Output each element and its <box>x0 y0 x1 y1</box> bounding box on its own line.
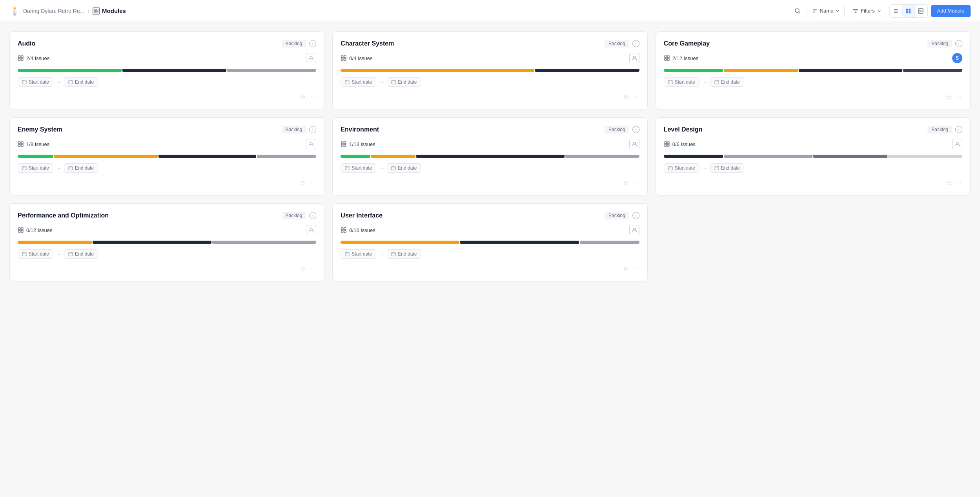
star-button[interactable]: ☆ <box>945 178 953 187</box>
spreadsheet-layout-button[interactable] <box>915 5 927 17</box>
start-date-button[interactable]: Start date <box>341 77 376 87</box>
end-date-button[interactable]: End date <box>387 163 421 173</box>
more-button[interactable]: ··· <box>956 179 962 187</box>
info-icon[interactable]: i <box>309 212 316 219</box>
start-date-button[interactable]: Start date <box>664 163 699 173</box>
start-date-button[interactable]: Start date <box>18 249 53 259</box>
end-date-button[interactable]: End date <box>64 163 98 173</box>
star-button[interactable]: ☆ <box>299 264 306 273</box>
star-button[interactable]: ☆ <box>622 264 629 273</box>
card-footer: ☆ ··· <box>18 92 316 101</box>
end-date-button[interactable]: End date <box>64 77 98 87</box>
star-button[interactable]: ☆ <box>299 178 306 187</box>
svg-rect-24 <box>21 56 23 58</box>
info-icon[interactable]: i <box>632 212 639 219</box>
svg-rect-18 <box>909 11 911 13</box>
card-footer: ☆ ··· <box>18 178 316 187</box>
info-icon[interactable]: i <box>632 40 639 47</box>
end-date-button[interactable]: End date <box>387 249 421 259</box>
avatar-placeholder <box>306 53 316 63</box>
avatar-placeholder <box>952 139 962 149</box>
avatar-placeholder <box>306 139 316 149</box>
module-title: Environment <box>341 126 379 133</box>
svg-rect-76 <box>341 144 343 146</box>
progress-bar <box>664 155 962 158</box>
start-date-button[interactable]: Start date <box>18 163 53 173</box>
gallery-layout-button[interactable] <box>902 5 915 17</box>
more-button[interactable]: ··· <box>632 93 639 101</box>
avatar-placeholder <box>629 53 639 63</box>
svg-rect-39 <box>344 58 346 60</box>
start-date-label: Start date <box>675 165 695 171</box>
more-button[interactable]: ··· <box>310 93 316 101</box>
end-date-button[interactable]: End date <box>710 77 744 87</box>
more-button[interactable]: ··· <box>632 179 639 187</box>
date-arrow: → <box>56 252 61 256</box>
info-icon[interactable]: i <box>955 40 962 47</box>
add-module-button[interactable]: Add Module <box>931 5 971 17</box>
issues-text: 2/12 Issues <box>672 55 699 61</box>
card-header-right: Backlog i <box>282 40 317 48</box>
issues-text: 0/12 Issues <box>26 227 53 233</box>
list-layout-button[interactable] <box>890 5 902 17</box>
start-date-button[interactable]: Start date <box>341 163 376 173</box>
star-button[interactable]: ☆ <box>299 92 306 101</box>
svg-rect-1 <box>97 9 98 11</box>
start-date-label: Start date <box>352 251 372 257</box>
card-header-right: Backlog i <box>605 40 639 48</box>
filters-button[interactable]: Filters <box>848 5 886 17</box>
module-title: Enemy System <box>18 126 62 133</box>
module-card-performance-optimization: Performance and Optimization Backlog i 0… <box>9 203 324 281</box>
info-icon[interactable]: i <box>309 126 316 133</box>
progress-segment <box>724 155 813 158</box>
card-meta: 1/13 Issues <box>341 139 639 149</box>
card-meta: 1/8 Issues <box>18 139 316 149</box>
card-meta: 0/10 Issues <box>341 225 639 235</box>
issues-icon <box>18 227 24 233</box>
status-badge: Backlog <box>282 126 306 133</box>
status-badge: Backlog <box>605 126 629 133</box>
svg-rect-64 <box>21 144 23 146</box>
info-icon[interactable]: i <box>632 126 639 133</box>
svg-rect-75 <box>344 142 346 144</box>
end-date-button[interactable]: End date <box>387 77 421 87</box>
header-right: Name Filters <box>791 4 971 18</box>
start-date-button[interactable]: Start date <box>664 77 699 87</box>
start-date-button[interactable]: Start date <box>18 77 53 87</box>
more-button[interactable]: ··· <box>632 265 639 273</box>
header-left: 🕯️ Daring Dylan: Retro Re... › Modules <box>9 6 787 16</box>
info-icon[interactable]: i <box>309 40 316 47</box>
svg-rect-15 <box>906 9 908 11</box>
star-button[interactable]: ☆ <box>622 178 629 187</box>
svg-rect-38 <box>341 58 343 60</box>
progress-segment <box>18 155 53 158</box>
progress-segment <box>580 241 639 244</box>
svg-rect-74 <box>341 142 343 144</box>
more-button[interactable]: ··· <box>310 265 316 273</box>
end-date-label: End date <box>721 165 740 171</box>
info-icon[interactable]: i <box>955 126 962 133</box>
svg-rect-96 <box>715 166 719 170</box>
issues-count: 2/12 Issues <box>664 55 699 61</box>
module-card-level-design: Level Design Backlog i 0/6 Issues <box>656 117 971 196</box>
search-button[interactable] <box>791 5 804 17</box>
star-button[interactable]: ☆ <box>945 92 953 101</box>
progress-segment <box>122 69 226 72</box>
module-title: User Interface <box>341 212 383 219</box>
breadcrumb-project[interactable]: Daring Dylan: Retro Re... <box>23 8 84 14</box>
end-date-button[interactable]: End date <box>710 163 744 173</box>
more-button[interactable]: ··· <box>310 179 316 187</box>
start-date-button[interactable]: Start date <box>341 249 376 259</box>
dates-row: Start date → End date <box>18 249 316 259</box>
svg-rect-32 <box>69 80 73 84</box>
more-button[interactable]: ··· <box>956 93 962 101</box>
progress-segment <box>460 241 579 244</box>
end-date-button[interactable]: End date <box>64 249 98 259</box>
card-footer: ☆ ··· <box>664 178 962 187</box>
progress-segment <box>888 155 962 158</box>
dates-row: Start date → End date <box>18 163 316 173</box>
progress-segment <box>724 69 798 72</box>
name-sort-button[interactable]: Name <box>807 5 845 17</box>
star-button[interactable]: ☆ <box>622 92 629 101</box>
dates-row: Start date → End date <box>341 163 639 173</box>
